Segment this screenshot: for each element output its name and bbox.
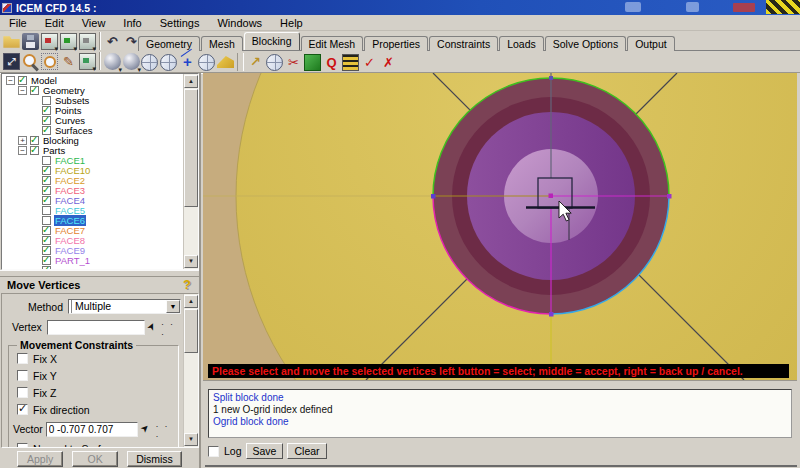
tree-item-geometry[interactable]: −Geometry: [3, 85, 182, 95]
tab-constraints[interactable]: Constraints: [429, 36, 498, 51]
merge-vertices-icon[interactable]: +: [179, 54, 196, 71]
save-screen-icon[interactable]: ▾: [41, 33, 58, 50]
viewport-3d[interactable]: Please select and move the selected vert…: [203, 73, 797, 381]
tree-checkbox[interactable]: [42, 206, 51, 215]
menu-item-settings[interactable]: Settings: [151, 16, 209, 30]
vertex-more-button[interactable]: . . .: [161, 317, 181, 337]
tree-item-part_1[interactable]: PART_1: [3, 255, 182, 265]
constraint-fix-z[interactable]: Fix Z: [17, 384, 178, 401]
method-combobox[interactable]: Multiple ▼: [68, 299, 181, 314]
dismiss-button[interactable]: Dismiss: [127, 451, 182, 467]
dropdown-caret-icon[interactable]: ▾: [73, 45, 77, 52]
vertex-bottom[interactable]: [549, 312, 554, 317]
tree-scroll-thumb[interactable]: [184, 89, 198, 207]
mesh-layers-icon[interactable]: [342, 54, 359, 71]
undo-icon[interactable]: ↶: [104, 33, 121, 50]
edit-block-icon[interactable]: [198, 54, 215, 71]
split-block-icon[interactable]: [160, 54, 177, 71]
collapse-icon[interactable]: −: [18, 146, 27, 155]
tree-checkbox[interactable]: [30, 86, 39, 95]
tree-scroll-down[interactable]: ▼: [184, 255, 198, 268]
tree-item-face6[interactable]: FACE6: [3, 215, 182, 225]
panel-scroll-thumb[interactable]: [184, 309, 198, 353]
collapse-icon[interactable]: −: [6, 76, 15, 85]
save-log-button[interactable]: Save: [246, 443, 284, 459]
tree-item-face9[interactable]: FACE9: [3, 245, 182, 255]
vertex-center[interactable]: [549, 194, 554, 199]
vector-input[interactable]: [46, 422, 138, 437]
tab-mesh[interactable]: Mesh: [201, 36, 243, 51]
zoom-select-icon[interactable]: [41, 53, 58, 70]
checkbox-icon[interactable]: [17, 353, 28, 364]
vertex-right[interactable]: [667, 194, 672, 199]
collapse-icon[interactable]: −: [18, 86, 27, 95]
apply-screen-icon[interactable]: ▾: [60, 33, 77, 50]
tree-item-points[interactable]: Points: [3, 105, 182, 115]
transform-block-icon[interactable]: [266, 54, 283, 71]
tree-item-face7[interactable]: FACE7: [3, 225, 182, 235]
tree-checkbox[interactable]: [30, 146, 39, 155]
tree-item-face1[interactable]: FACE1: [3, 155, 182, 165]
measure-icon[interactable]: ✎: [60, 53, 77, 70]
vertex-top[interactable]: [549, 76, 553, 80]
tree-item-face3[interactable]: FACE3: [3, 185, 182, 195]
tab-properties[interactable]: Properties: [364, 36, 428, 51]
dropdown-caret-icon[interactable]: ▾: [54, 45, 58, 52]
tree-scrollbar[interactable]: ▲ ▼: [183, 74, 198, 269]
premesh-cube-icon[interactable]: [304, 54, 321, 71]
constraint-fix-y[interactable]: Fix Y: [17, 367, 178, 384]
title-bar[interactable]: ICEM CFD 14.5 :: [0, 0, 800, 15]
tree-item-face5[interactable]: FACE5: [3, 205, 182, 215]
checkbox-icon[interactable]: [17, 370, 28, 381]
panel-scroll-up[interactable]: ▲: [184, 295, 198, 308]
menu-item-help[interactable]: Help: [271, 16, 312, 30]
menu-item-edit[interactable]: Edit: [36, 16, 73, 30]
tab-blocking[interactable]: Blocking: [244, 32, 300, 50]
expand-icon[interactable]: +: [18, 136, 27, 145]
checkbox-icon[interactable]: [17, 443, 28, 448]
apply-button[interactable]: Apply: [17, 451, 63, 467]
check-mesh-icon[interactable]: ✓: [361, 54, 378, 71]
tree-item-parts[interactable]: −Parts: [3, 145, 182, 155]
quality-icon[interactable]: Q: [323, 54, 340, 71]
delete-mesh-icon[interactable]: ✗: [380, 54, 397, 71]
tree-item-face4[interactable]: FACE4: [3, 195, 182, 205]
vertex-left[interactable]: [431, 194, 436, 199]
constraint-fix-x[interactable]: Fix X: [17, 350, 178, 367]
vertex-input[interactable]: [47, 320, 145, 335]
method-dropdown-icon[interactable]: ▼: [166, 300, 180, 313]
create-block-icon[interactable]: [141, 54, 158, 71]
tree-item-subsets[interactable]: Subsets: [3, 95, 182, 105]
associate-icon[interactable]: [217, 54, 234, 71]
constraint-normal-to-surf-[interactable]: Normal to Surf.: [17, 440, 178, 448]
log-checkbox[interactable]: [208, 446, 219, 457]
material-sphere-icon[interactable]: ▾: [123, 53, 140, 70]
menu-item-windows[interactable]: Windows: [208, 16, 271, 30]
tree-checkbox[interactable]: [42, 126, 51, 135]
checkbox-icon[interactable]: [17, 404, 28, 415]
tree-scroll-up[interactable]: ▲: [184, 75, 198, 88]
axes-pick-icon[interactable]: [138, 421, 154, 437]
constraint-fix-direction[interactable]: Fix direction: [17, 401, 178, 418]
menu-item-info[interactable]: Info: [114, 16, 150, 30]
menu-item-view[interactable]: View: [73, 16, 115, 30]
dropdown-caret-icon[interactable]: ▾: [92, 65, 96, 72]
copy-screen-icon[interactable]: ▾: [79, 33, 96, 50]
tree-checkbox[interactable]: [42, 266, 51, 270]
tab-solve-options[interactable]: Solve Options: [545, 36, 626, 51]
open-folder-icon[interactable]: [3, 33, 20, 50]
panel-scroll-down[interactable]: ▼: [184, 433, 198, 446]
delete-block-icon[interactable]: ✂: [285, 54, 302, 71]
tree-item-curves[interactable]: Curves: [3, 115, 182, 125]
panel-scrollbar[interactable]: ▲ ▼: [183, 294, 198, 447]
tree-checkbox[interactable]: [18, 76, 27, 85]
tree-checkbox[interactable]: [42, 196, 51, 205]
sphere-view-icon[interactable]: ▾: [104, 53, 121, 70]
tab-edit-mesh[interactable]: Edit Mesh: [301, 36, 364, 51]
ok-button[interactable]: OK: [72, 451, 118, 467]
dropdown-caret-icon[interactable]: ▾: [92, 45, 96, 52]
checkbox-icon[interactable]: [17, 387, 28, 398]
local-view-icon[interactable]: ▾: [79, 53, 96, 70]
tree-item-face10[interactable]: FACE10: [3, 165, 182, 175]
zoom-icon[interactable]: [22, 53, 39, 70]
